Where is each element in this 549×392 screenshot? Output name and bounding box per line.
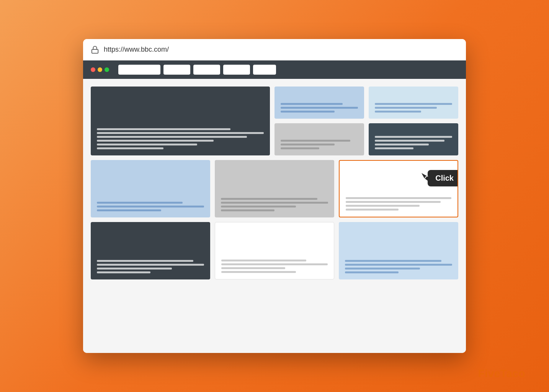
card-bottom-right[interactable]: [369, 123, 458, 155]
line: [97, 268, 172, 270]
line: [221, 260, 306, 261]
line: [97, 140, 214, 142]
line: [221, 271, 296, 273]
card-col-2: [274, 87, 364, 155]
card-text: [221, 198, 328, 211]
line: [97, 128, 230, 130]
card-row2-2[interactable]: [215, 160, 334, 217]
address-bar: https://www.bbc.com/: [83, 39, 466, 60]
cursor-icon: [419, 171, 430, 181]
card-text: [375, 136, 452, 149]
nav-bar: [83, 60, 466, 79]
traffic-light-green[interactable]: [105, 67, 109, 72]
click-tooltip: Click: [428, 170, 458, 186]
line: [375, 140, 444, 142]
line: [97, 206, 204, 207]
line: [346, 197, 451, 199]
line: [221, 198, 317, 200]
line: [97, 147, 163, 149]
card-row3-2[interactable]: [215, 222, 334, 279]
line: [281, 103, 343, 105]
highlighted-card-wrapper: Click: [339, 160, 458, 217]
card-text: [97, 260, 204, 273]
card-row3-1[interactable]: [91, 222, 210, 279]
brand-logo: FiveTaco: [478, 368, 525, 380]
line: [375, 111, 421, 113]
nav-btn-5[interactable]: [253, 65, 276, 75]
line: [375, 144, 429, 145]
card-row2-3-highlighted[interactable]: Click: [339, 160, 458, 217]
card-text: [345, 260, 452, 273]
nav-btn-2[interactable]: [163, 65, 190, 75]
line: [375, 136, 452, 138]
line: [97, 202, 183, 204]
line: [221, 202, 328, 204]
nav-btn-4[interactable]: [223, 65, 250, 75]
line: [221, 206, 296, 207]
brand-taco: Taco: [500, 368, 525, 379]
line: [345, 271, 399, 273]
line: [221, 267, 285, 269]
nav-btn-1[interactable]: [118, 65, 160, 75]
browser-window: https://www.bbc.com/: [83, 39, 466, 353]
line: [97, 144, 197, 145]
line: [97, 260, 193, 262]
card-row2-1[interactable]: [91, 160, 210, 217]
line: [346, 209, 399, 211]
traffic-light-yellow[interactable]: [98, 67, 102, 72]
line: [221, 209, 274, 211]
card-text: [375, 103, 452, 113]
card-text: [281, 140, 358, 149]
card-top-mid[interactable]: [274, 87, 364, 119]
line: [375, 147, 413, 149]
line: [97, 271, 150, 273]
card-row3-3[interactable]: [339, 222, 458, 279]
card-text: [346, 197, 451, 211]
lock-icon: [91, 46, 99, 54]
card-text: [97, 202, 204, 211]
line: [221, 263, 328, 265]
url-display: https://www.bbc.com/: [104, 46, 169, 54]
card-text: [281, 103, 358, 113]
card-col-3: [369, 87, 458, 155]
line: [281, 144, 335, 145]
content-area: Click: [83, 79, 466, 353]
line: [346, 205, 420, 207]
traffic-lights: [91, 67, 109, 72]
line: [281, 140, 350, 142]
svg-rect-0: [92, 49, 98, 53]
line: [97, 132, 264, 134]
nav-btn-3[interactable]: [193, 65, 220, 75]
line: [281, 107, 358, 109]
line: [346, 201, 441, 203]
hero-text-lines: [97, 128, 264, 149]
line: [345, 264, 452, 266]
line: [345, 268, 420, 270]
line: [281, 147, 319, 149]
traffic-light-red[interactable]: [91, 67, 95, 72]
card-hero[interactable]: [91, 87, 270, 155]
line: [345, 260, 441, 262]
line: [375, 103, 452, 105]
card-text: [221, 260, 328, 273]
line: [97, 264, 204, 266]
click-label: Click: [435, 174, 454, 182]
brand-five: Five: [478, 368, 500, 379]
card-bottom-mid[interactable]: [274, 123, 364, 155]
card-top-right[interactable]: [369, 87, 458, 119]
line: [97, 136, 247, 138]
line: [281, 111, 335, 113]
line: [97, 209, 161, 211]
line: [375, 107, 437, 109]
